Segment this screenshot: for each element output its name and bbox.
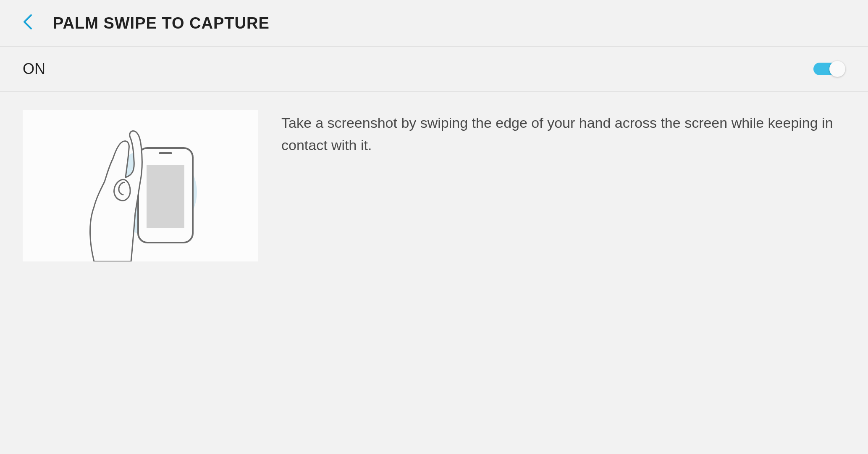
toggle-switch[interactable] bbox=[813, 61, 845, 77]
toggle-status-label: ON bbox=[23, 60, 45, 78]
illustration bbox=[23, 110, 258, 261]
page-title: PALM SWIPE TO CAPTURE bbox=[53, 14, 270, 32]
content-area: Take a screenshot by swiping the edge of… bbox=[0, 92, 868, 280]
back-icon[interactable] bbox=[23, 13, 33, 33]
toggle-row: ON bbox=[0, 47, 868, 92]
feature-description: Take a screenshot by swiping the edge of… bbox=[281, 110, 845, 261]
header: PALM SWIPE TO CAPTURE bbox=[0, 0, 868, 47]
toggle-thumb bbox=[829, 61, 845, 77]
palm-swipe-illustration-icon bbox=[56, 119, 224, 261]
svg-rect-3 bbox=[147, 165, 184, 228]
svg-rect-2 bbox=[159, 152, 172, 154]
